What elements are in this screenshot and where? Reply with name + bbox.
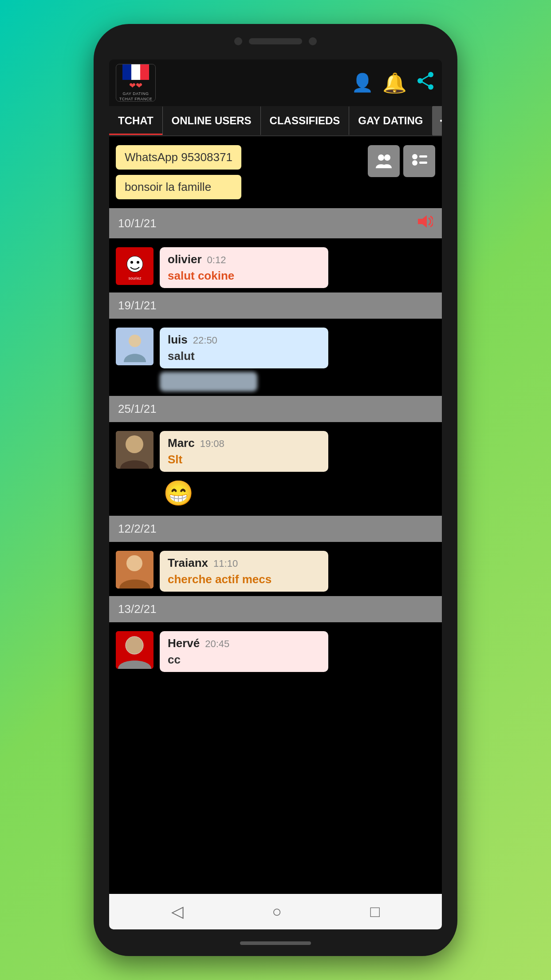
message-content-luis: luis 22:50 salut	[160, 328, 435, 391]
back-button[interactable]: ◁	[171, 902, 184, 921]
svg-rect-13	[419, 162, 427, 164]
avatar-traianx[interactable]	[116, 551, 153, 589]
header-icons: 👤 🔔	[351, 71, 435, 95]
message-content-olivier: olivier 0:12 salut cokine	[160, 247, 435, 288]
emoji-marc: 😁	[160, 475, 435, 511]
svg-point-23	[126, 435, 143, 453]
chat-content: WhatsApp 95308371 bonsoir la famille	[109, 136, 442, 894]
svg-point-17	[130, 261, 133, 264]
home-indicator	[240, 941, 311, 945]
message-bubble-herve: Hervé 20:45 cc	[160, 631, 328, 672]
svg-point-16	[127, 256, 143, 272]
avatar-img-souriez: souriez	[116, 247, 153, 285]
message-content-herve: Hervé 20:45 cc	[160, 631, 435, 672]
flag-blue	[122, 64, 131, 80]
message-row-marc: Marc 19:08 Slt 😁	[109, 422, 442, 516]
avatar-olivier[interactable]: souriez	[116, 247, 153, 285]
message-bubble-olivier: olivier 0:12 salut cokine	[160, 247, 328, 288]
text-herve: cc	[168, 653, 320, 667]
svg-point-5	[440, 120, 441, 122]
app-header: ❤❤ GAY DATING TCHAT FRANCE 👤 🔔	[109, 59, 442, 106]
avatar-luis[interactable]	[116, 328, 153, 365]
time-olivier: 0:12	[207, 254, 226, 266]
message-header-olivier: olivier 0:12	[168, 253, 320, 266]
phone-device: ❤❤ GAY DATING TCHAT FRANCE 👤 🔔	[94, 24, 457, 956]
message-row-herve: Hervé 20:45 cc	[109, 622, 442, 676]
avatar-herve[interactable]	[116, 631, 153, 669]
blurred-message-luis	[160, 372, 257, 391]
sound-icon[interactable]	[416, 214, 433, 232]
message-bubble-marc: Marc 19:08 Slt	[160, 431, 328, 472]
username-herve: Hervé	[168, 636, 200, 650]
svg-point-10	[412, 154, 417, 159]
group-icon-button[interactable]	[368, 145, 400, 177]
bottom-nav: ◁ ○ □	[109, 894, 442, 929]
svg-text:souriez: souriez	[128, 276, 142, 281]
app-logo: ❤❤ GAY DATING TCHAT FRANCE	[116, 64, 156, 102]
list-icon-button[interactable]	[403, 145, 435, 177]
svg-line-4	[420, 81, 431, 87]
message-header-traianx: Traianx 11:10	[168, 556, 320, 570]
camera-dot-right	[309, 37, 317, 45]
username-olivier: olivier	[168, 253, 202, 266]
text-olivier: salut cokine	[168, 269, 320, 283]
text-luis: salut	[168, 349, 320, 363]
text-traianx: cherche actif mecs	[168, 573, 320, 586]
tab-tchat[interactable]: TCHAT	[109, 107, 163, 135]
front-camera	[234, 37, 242, 45]
message-row-luis: luis 22:50 salut	[109, 319, 442, 396]
tab-online-users[interactable]: ONLINE USERS	[163, 107, 261, 135]
flag-red	[140, 64, 149, 80]
person-icon[interactable]: 👤	[351, 72, 374, 93]
date-separator-2: 19/1/21	[109, 292, 442, 319]
message-bubble-traianx: Traianx 11:10 cherche actif mecs	[160, 551, 328, 592]
announcement-bubble-2: bonsoir la famille	[116, 175, 241, 199]
time-herve: 20:45	[205, 638, 229, 650]
message-header-herve: Hervé 20:45	[168, 636, 320, 650]
username-marc: Marc	[168, 436, 195, 450]
svg-point-9	[384, 154, 390, 161]
hearts-icon: ❤❤	[129, 81, 142, 91]
date-separator-3: 25/1/21	[109, 396, 442, 422]
time-traianx: 11:10	[213, 558, 238, 569]
announcement-area: WhatsApp 95308371 bonsoir la famille	[109, 136, 442, 208]
avatar-img-marc	[116, 431, 153, 469]
home-button[interactable]: ○	[272, 902, 282, 921]
svg-marker-14	[418, 215, 427, 228]
flag-white	[131, 64, 140, 80]
text-marc: Slt	[168, 453, 320, 466]
logo-subtitle: TCHAT FRANCE	[119, 97, 153, 101]
svg-point-18	[137, 261, 139, 264]
date-text-1: 10/1/21	[118, 217, 157, 230]
speaker	[249, 38, 302, 44]
phone-screen: ❤❤ GAY DATING TCHAT FRANCE 👤 🔔	[109, 59, 442, 929]
tab-classifieds[interactable]: CLASSIFIEDS	[261, 107, 350, 135]
date-text-5: 13/2/21	[118, 602, 157, 616]
phone-top-bar	[234, 37, 317, 45]
message-content-marc: Marc 19:08 Slt 😁	[160, 431, 435, 511]
message-bubble-luis: luis 22:50 salut	[160, 328, 328, 368]
svg-point-12	[412, 160, 417, 166]
bell-icon[interactable]: 🔔	[382, 71, 407, 95]
share-icon[interactable]	[416, 71, 435, 95]
avatar-img-traianx	[116, 551, 153, 589]
date-text-3: 25/1/21	[118, 402, 157, 416]
message-row-olivier: souriez olivier 0:12 salut cokine	[109, 238, 442, 292]
logo-area: ❤❤ GAY DATING TCHAT FRANCE	[116, 64, 156, 102]
message-header-marc: Marc 19:08	[168, 436, 320, 450]
announcement-messages: WhatsApp 95308371 bonsoir la famille	[116, 145, 241, 199]
date-text-2: 19/1/21	[118, 299, 157, 312]
date-text-4: 12/2/21	[118, 522, 157, 536]
svg-point-25	[126, 555, 142, 571]
date-separator-4: 12/2/21	[109, 516, 442, 542]
avatar-marc[interactable]	[116, 431, 153, 469]
svg-line-3	[420, 75, 431, 81]
recents-button[interactable]: □	[370, 902, 380, 921]
tab-more[interactable]	[433, 106, 442, 135]
time-marc: 19:08	[200, 438, 224, 450]
username-luis: luis	[168, 333, 188, 347]
tab-gay-dating[interactable]: GAY DATING	[349, 107, 432, 135]
avatar-img-luis	[116, 328, 153, 365]
message-content-traianx: Traianx 11:10 cherche actif mecs	[160, 551, 435, 592]
svg-rect-11	[419, 155, 427, 158]
